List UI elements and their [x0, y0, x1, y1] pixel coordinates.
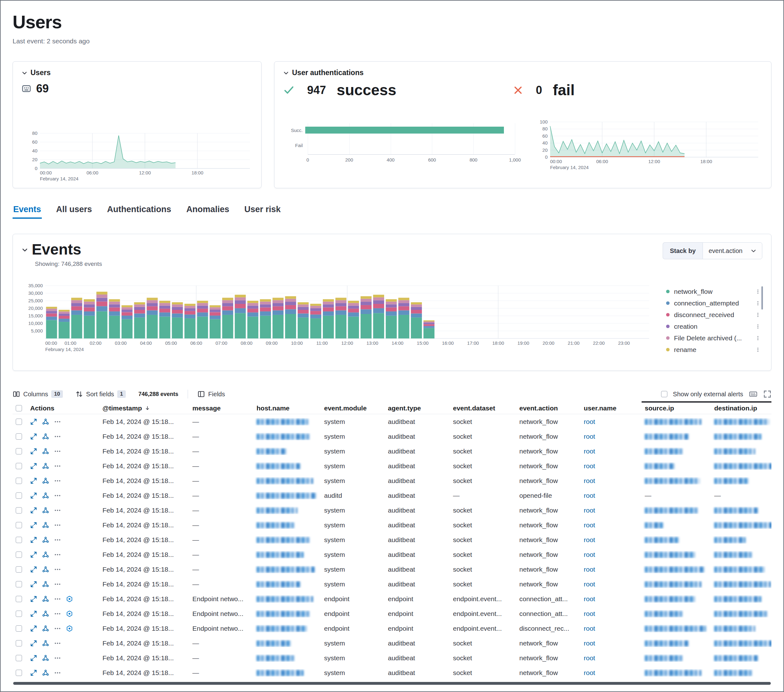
cell-destination-ip[interactable] — [711, 595, 771, 603]
cell-user-name[interactable]: root — [581, 506, 642, 514]
expand-event-icon[interactable] — [30, 522, 37, 529]
legend-item-menu-icon[interactable] — [755, 347, 761, 352]
cell-destination-ip[interactable] — [711, 580, 771, 588]
cell-destination-ip[interactable] — [711, 521, 771, 529]
expand-event-icon[interactable] — [30, 448, 37, 455]
expand-event-icon[interactable] — [30, 581, 37, 588]
fields-button[interactable]: Fields — [198, 390, 225, 398]
cell-destination-ip[interactable] — [711, 433, 771, 440]
cell-host-name[interactable] — [254, 506, 321, 514]
analyze-event-icon[interactable] — [42, 625, 49, 632]
expand-event-icon[interactable] — [30, 463, 37, 470]
cell-source-ip[interactable] — [642, 610, 711, 618]
cell-destination-ip[interactable] — [711, 669, 771, 677]
cell-host-name[interactable] — [254, 625, 321, 632]
row-checkbox[interactable] — [16, 463, 22, 469]
col-header-event-dataset[interactable]: event.dataset — [450, 404, 516, 412]
legend-item-menu-icon[interactable] — [755, 312, 761, 317]
expand-event-icon[interactable] — [30, 669, 37, 676]
cell-destination-ip[interactable] — [711, 565, 771, 573]
analyze-event-icon[interactable] — [42, 654, 49, 661]
cell-destination-ip[interactable] — [711, 462, 771, 470]
cell-source-ip[interactable] — [642, 654, 711, 662]
cell-host-name[interactable] — [254, 580, 321, 588]
tab[interactable]: User risk — [244, 205, 282, 219]
more-actions-icon[interactable] — [54, 551, 61, 558]
table-row[interactable]: Feb 14, 2024 @ 15:18... — system auditbe… — [13, 636, 771, 651]
cell-destination-ip[interactable] — [711, 625, 771, 632]
cell-user-name[interactable]: root — [581, 462, 642, 470]
expand-event-icon[interactable] — [30, 477, 37, 484]
cell-user-name[interactable]: root — [581, 433, 642, 440]
expand-event-icon[interactable] — [30, 492, 37, 499]
cell-host-name[interactable] — [254, 433, 321, 440]
cell-host-name[interactable] — [254, 595, 321, 603]
analyze-event-icon[interactable] — [42, 448, 49, 455]
col-header-event-module[interactable]: event.module — [321, 404, 385, 412]
cell-user-name[interactable]: root — [581, 610, 642, 618]
legend-scrollbar[interactable] — [761, 286, 763, 309]
cell-source-ip[interactable] — [642, 477, 711, 485]
expand-event-icon[interactable] — [30, 654, 37, 661]
more-actions-icon[interactable] — [54, 463, 61, 470]
legend-item-menu-icon[interactable] — [755, 335, 761, 341]
analyze-event-icon[interactable] — [42, 551, 49, 558]
legend-item-menu-icon[interactable] — [755, 324, 761, 329]
cell-host-name[interactable] — [254, 521, 321, 529]
col-header-source-ip[interactable]: source.ip — [642, 404, 711, 412]
cell-source-ip[interactable] — [642, 536, 711, 544]
row-checkbox[interactable] — [16, 478, 22, 484]
more-actions-icon[interactable] — [54, 507, 61, 514]
cell-destination-ip[interactable] — [711, 654, 771, 662]
cell-host-name[interactable] — [254, 462, 321, 470]
row-checkbox[interactable] — [16, 419, 22, 425]
cell-destination-ip[interactable]: — — [711, 492, 771, 500]
more-actions-icon[interactable] — [54, 640, 61, 647]
stack-by-select[interactable]: event.action — [703, 242, 762, 259]
row-checkbox[interactable] — [16, 655, 22, 661]
cell-user-name[interactable]: root — [581, 492, 642, 500]
table-row[interactable]: Feb 14, 2024 @ 15:18... — system auditbe… — [13, 414, 771, 429]
analyze-event-icon[interactable] — [42, 581, 49, 588]
more-actions-icon[interactable] — [54, 581, 61, 588]
cell-user-name[interactable]: root — [581, 477, 642, 485]
cell-host-name[interactable] — [254, 610, 321, 618]
row-checkbox[interactable] — [16, 552, 22, 558]
cell-source-ip[interactable] — [642, 625, 711, 632]
endpoint-logo-icon[interactable] — [66, 625, 73, 632]
more-actions-icon[interactable] — [54, 654, 61, 661]
table-row[interactable]: Feb 14, 2024 @ 15:18... — system auditbe… — [13, 562, 771, 577]
cell-source-ip[interactable] — [642, 506, 711, 514]
col-header-timestamp[interactable]: @timestamp — [99, 404, 189, 412]
analyze-event-icon[interactable] — [42, 522, 49, 529]
cell-destination-ip[interactable] — [711, 536, 771, 544]
more-actions-icon[interactable] — [54, 448, 61, 455]
table-row[interactable]: Feb 14, 2024 @ 15:18... — auditd auditbe… — [13, 488, 771, 503]
analyze-event-icon[interactable] — [42, 610, 49, 617]
legend-item[interactable]: disconnect_received — [666, 309, 761, 321]
row-checkbox[interactable] — [16, 492, 22, 499]
columns-button[interactable]: Columns 10 — [13, 390, 63, 398]
table-row[interactable]: Feb 14, 2024 @ 15:18... Endpoint netwo..… — [13, 592, 771, 606]
row-checkbox[interactable] — [16, 670, 22, 676]
cell-source-ip[interactable] — [642, 433, 711, 440]
legend-item[interactable]: creation — [666, 321, 761, 332]
col-header-host-name[interactable]: host.name — [254, 404, 321, 412]
cell-source-ip[interactable] — [642, 418, 711, 426]
cell-destination-ip[interactable] — [711, 447, 771, 455]
expand-event-icon[interactable] — [30, 433, 37, 440]
col-header-destination-ip[interactable]: destination.ip — [711, 404, 771, 412]
row-checkbox[interactable] — [16, 625, 22, 632]
sort-fields-button[interactable]: Sort fields 1 — [76, 390, 126, 398]
table-row[interactable]: Feb 14, 2024 @ 15:18... — system auditbe… — [13, 459, 771, 473]
row-checkbox[interactable] — [16, 581, 22, 587]
tab[interactable]: All users — [56, 205, 93, 219]
expand-event-icon[interactable] — [30, 640, 37, 647]
cell-host-name[interactable] — [254, 565, 321, 573]
cell-source-ip[interactable] — [642, 595, 711, 603]
cell-destination-ip[interactable] — [711, 418, 771, 426]
more-actions-icon[interactable] — [54, 610, 61, 617]
legend-item[interactable]: connection_attempted — [666, 297, 761, 309]
legend-item[interactable]: network_flow — [666, 286, 761, 297]
more-actions-icon[interactable] — [54, 566, 61, 573]
